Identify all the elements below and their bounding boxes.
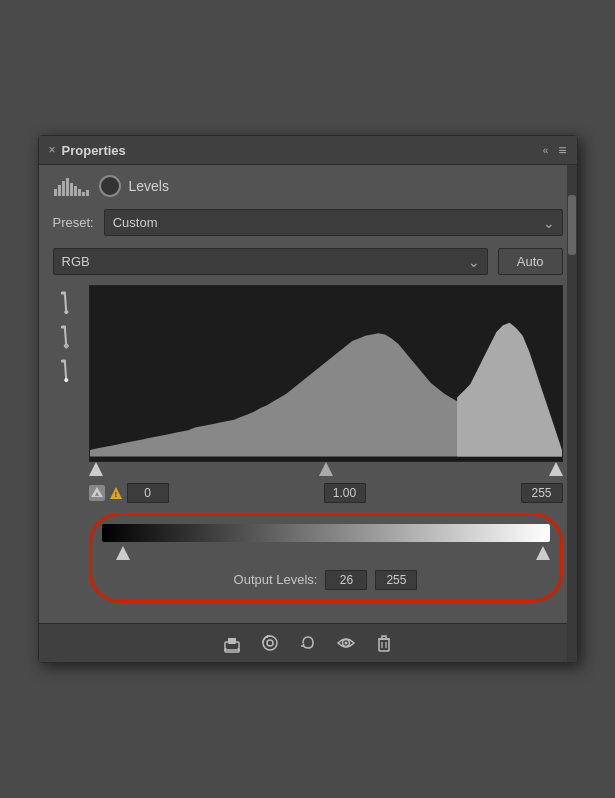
white-output-input[interactable]	[375, 570, 417, 590]
svg-line-12	[56, 328, 74, 346]
output-section: Output Levels:	[89, 513, 563, 603]
svg-rect-2	[62, 181, 65, 196]
toggle-visibility-icon[interactable]	[335, 632, 357, 654]
channel-select-wrapper[interactable]: RGB Red Green Blue	[53, 248, 488, 275]
black-point-eyedropper-icon[interactable]	[52, 288, 82, 318]
levels-label: Levels	[129, 178, 169, 194]
svg-line-15	[56, 362, 74, 380]
eyedropper-tools	[53, 285, 81, 383]
svg-marker-30	[536, 546, 550, 560]
histogram-display	[89, 285, 563, 461]
black-level-input[interactable]	[127, 483, 169, 503]
panel-content: Levels Preset: Custom RGB Red Green	[39, 165, 577, 622]
reset-adjustments-icon[interactable]	[297, 632, 319, 654]
delete-layer-icon[interactable]	[373, 632, 395, 654]
properties-panel: × Properties « ≡	[38, 135, 578, 662]
svg-rect-10	[60, 292, 65, 295]
output-levels-label: Output Levels:	[234, 572, 318, 587]
levels-histogram-icon	[53, 175, 91, 197]
panel-scrollbar[interactable]	[567, 165, 577, 661]
histogram-section: ▲ !	[53, 285, 563, 612]
collapse-icon[interactable]: «	[543, 145, 549, 156]
svg-text:▲: ▲	[93, 490, 100, 497]
close-icon[interactable]: ×	[49, 143, 56, 157]
preset-select-wrapper[interactable]: Custom	[104, 209, 563, 236]
midtone-level-input[interactable]	[324, 483, 366, 503]
svg-rect-3	[66, 178, 69, 196]
svg-rect-7	[82, 192, 85, 196]
input-slider-row	[89, 464, 563, 480]
svg-point-14	[63, 344, 69, 350]
warning-triangle-icon: !	[109, 486, 123, 500]
histogram-column: ▲ !	[89, 285, 563, 612]
scrollbar-thumb[interactable]	[568, 195, 576, 255]
svg-marker-23	[549, 462, 563, 476]
svg-marker-21	[89, 462, 103, 476]
black-input-triangle[interactable]	[89, 462, 103, 480]
svg-marker-22	[319, 462, 333, 476]
svg-rect-1	[58, 185, 61, 196]
black-output-triangle[interactable]	[116, 546, 130, 564]
menu-icon[interactable]: ≡	[558, 142, 566, 158]
preset-row: Preset: Custom	[53, 209, 563, 236]
svg-rect-4	[70, 183, 73, 196]
black-output-input[interactable]	[325, 570, 367, 590]
svg-rect-0	[54, 189, 57, 196]
svg-point-34	[267, 640, 273, 646]
output-gradient-bar	[102, 524, 550, 542]
clip-to-layer-icon[interactable]	[221, 632, 243, 654]
svg-point-36	[344, 641, 347, 644]
output-slider-row	[102, 548, 550, 564]
preset-select[interactable]: Custom	[104, 209, 563, 236]
panel-body: Levels Preset: Custom RGB Red Green	[39, 165, 577, 661]
channel-row: RGB Red Green Blue Auto	[53, 248, 563, 275]
white-output-triangle[interactable]	[536, 546, 550, 564]
white-point-eyedropper-icon[interactable]	[52, 356, 82, 386]
histogram-warning-icon: ▲	[89, 485, 105, 501]
midtone-input-triangle[interactable]	[319, 462, 333, 480]
svg-line-9	[56, 294, 74, 312]
title-bar-left: × Properties	[49, 143, 126, 158]
bottom-toolbar	[39, 623, 577, 662]
gray-point-eyedropper-icon[interactable]	[52, 322, 82, 352]
svg-rect-16	[60, 360, 65, 363]
svg-rect-5	[74, 186, 77, 196]
title-bar: × Properties « ≡	[39, 136, 577, 165]
svg-rect-37	[379, 639, 389, 651]
preset-label: Preset:	[53, 215, 94, 230]
channel-select[interactable]: RGB Red Green Blue	[53, 248, 488, 275]
svg-rect-6	[78, 189, 81, 196]
svg-point-11	[63, 310, 69, 316]
svg-marker-29	[116, 546, 130, 560]
output-values-row: Output Levels:	[102, 570, 550, 590]
svg-rect-8	[86, 190, 89, 196]
view-previous-state-icon[interactable]	[259, 632, 281, 654]
adjustment-layer-icon	[99, 175, 121, 197]
input-values-row: ▲ !	[89, 483, 563, 503]
white-input-triangle[interactable]	[549, 462, 563, 480]
levels-header: Levels	[53, 175, 563, 197]
panel-title: Properties	[62, 143, 126, 158]
svg-text:!: !	[114, 491, 116, 498]
white-level-input[interactable]	[521, 483, 563, 503]
svg-point-17	[63, 378, 69, 384]
svg-rect-13	[60, 326, 65, 329]
auto-button[interactable]: Auto	[498, 248, 563, 275]
